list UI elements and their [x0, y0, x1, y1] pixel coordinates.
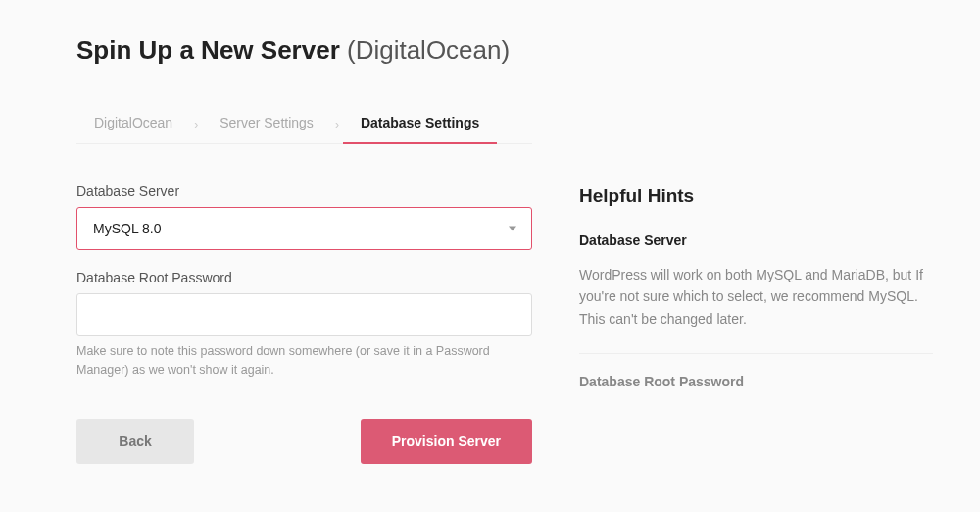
- hints-title: Helpful Hints: [579, 185, 933, 207]
- db-server-select[interactable]: MySQL 8.0: [76, 207, 532, 250]
- form-actions: Back Provision Server: [76, 419, 532, 464]
- tab-server-settings[interactable]: Server Settings: [202, 105, 331, 144]
- page-title: Spin Up a New Server (DigitalOcean): [76, 35, 933, 66]
- hints-db-server-heading: Database Server: [579, 232, 933, 248]
- db-server-value: MySQL 8.0: [93, 221, 162, 236]
- hints-db-root-password-heading: Database Root Password: [579, 374, 933, 389]
- db-server-label: Database Server: [76, 183, 532, 199]
- chevron-right-icon: ›: [190, 118, 202, 131]
- db-root-password-label: Database Root Password: [76, 270, 532, 285]
- page-title-main: Spin Up a New Server: [76, 35, 340, 65]
- db-root-password-input[interactable]: [76, 293, 532, 336]
- page-title-provider: (DigitalOcean): [340, 35, 510, 65]
- wizard-tabs: DigitalOcean › Server Settings › Databas…: [76, 105, 532, 144]
- hints-column: Helpful Hints Database Server WordPress …: [579, 183, 933, 464]
- provision-server-button[interactable]: Provision Server: [361, 419, 532, 464]
- db-root-password-hint: Make sure to note this password down som…: [76, 342, 532, 380]
- chevron-right-icon: ›: [331, 118, 343, 131]
- back-button[interactable]: Back: [76, 419, 194, 464]
- tab-database-settings[interactable]: Database Settings: [343, 105, 497, 144]
- hints-divider: [579, 353, 933, 354]
- caret-down-icon: [509, 227, 516, 231]
- tab-digitalocean[interactable]: DigitalOcean: [76, 105, 190, 144]
- hints-db-server-text: WordPress will work on both MySQL and Ma…: [579, 264, 933, 330]
- form-column: Database Server MySQL 8.0 Database Root …: [76, 183, 532, 464]
